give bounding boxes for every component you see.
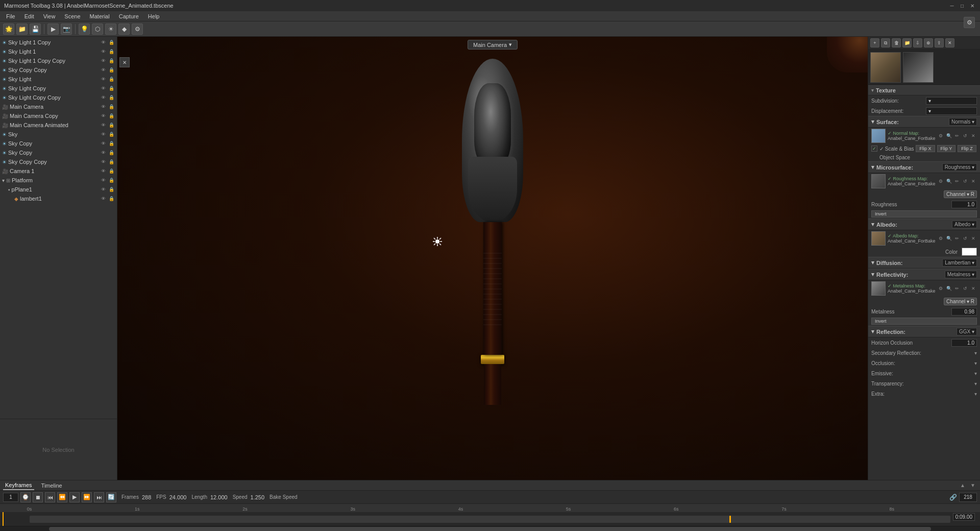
visibility-btn[interactable]: 👁 [100, 186, 107, 193]
map-remove-btn[interactable]: ✕ [970, 235, 977, 242]
roughness-value[interactable]: 1.0 [951, 201, 977, 208]
toolbar-btn-open[interactable]: 📁 [16, 23, 28, 35]
horizon-occlusion-value[interactable]: 1.0 [951, 339, 977, 347]
map-reload-btn[interactable]: ↺ [962, 235, 969, 242]
metalness-channel-badge[interactable]: Channel ▾ R [944, 298, 977, 305]
channel-badge[interactable]: Channel ▾ R [944, 190, 977, 198]
map-edit-btn[interactable]: ✏ [953, 178, 961, 185]
object-space-checkbox[interactable] [871, 154, 877, 160]
rp-btn-export[interactable]: ⇪ [935, 38, 944, 47]
diffusion-section-header[interactable]: ▾ Diffusion: Lambertian ▾ [868, 257, 980, 269]
menu-help[interactable]: Help [144, 12, 164, 20]
menu-capture[interactable]: Capture [115, 12, 143, 20]
flip-z-btn[interactable]: Flip Z [958, 145, 976, 152]
microsurface-dropdown[interactable]: Roughness ▾ [942, 163, 977, 171]
map-reload-btn[interactable]: ↺ [962, 285, 969, 292]
toolbar-btn-mesh[interactable]: ⬡ [92, 23, 103, 35]
lock-btn[interactable]: 🔒 [108, 76, 115, 83]
tree-item-sky-light-1[interactable]: ☀ Sky Light 1 👁 🔒 [0, 47, 117, 56]
toolbar-btn-new[interactable]: 🌟 [3, 23, 14, 35]
menu-file[interactable]: File [2, 12, 19, 20]
extra-dropdown[interactable]: ▾ [974, 391, 977, 397]
reflection-section-header[interactable]: ▾ Reflection: GGX ▾ [868, 326, 980, 337]
map-settings-btn[interactable]: ⚙ [937, 132, 944, 139]
toolbar-btn-sky[interactable]: ☀ [105, 23, 116, 35]
rp-btn-folder[interactable]: 📁 [902, 38, 912, 47]
transport-prev[interactable]: ⏪ [57, 492, 67, 502]
lock-btn[interactable]: 🔒 [108, 186, 115, 193]
minimize-button[interactable]: ─ [948, 2, 955, 9]
lock-btn[interactable]: 🔒 [108, 48, 115, 55]
tree-item-sky-light-1-copy-copy[interactable]: ☀ Sky Light 1 Copy Copy 👁 🔒 [0, 56, 117, 65]
tree-item-sky[interactable]: ☀ Sky 👁 🔒 [0, 130, 117, 139]
tree-item-main-camera-copy[interactable]: 🎥 Main Camera Copy 👁 🔒 [0, 111, 117, 120]
scrollbar-thumb[interactable] [49, 527, 931, 531]
lock-btn[interactable]: 🔒 [108, 140, 115, 147]
visibility-btn[interactable]: 👁 [100, 177, 107, 184]
reflection-dropdown[interactable]: GGX ▾ [957, 328, 977, 335]
visibility-btn[interactable]: 👁 [100, 122, 107, 129]
map-edit-btn[interactable]: ✏ [953, 235, 961, 242]
toolbar-btn-settings[interactable]: ⚙ [132, 23, 143, 35]
diffusion-dropdown[interactable]: Lambertian ▾ [942, 259, 977, 267]
scale-bias-checkbox[interactable]: ✓ [871, 146, 877, 152]
viewport[interactable]: Main Camera ▾ [117, 37, 868, 480]
visibility-btn[interactable]: 👁 [100, 112, 107, 119]
rp-btn-clear[interactable]: ✕ [945, 38, 954, 47]
lock-btn[interactable]: 🔒 [108, 66, 115, 74]
map-remove-btn[interactable]: ✕ [970, 178, 977, 185]
invert-button[interactable]: Invert [871, 210, 977, 218]
tree-item-sky-copy[interactable]: ☀ Sky Copy 👁 🔒 [0, 139, 117, 148]
map-search-btn[interactable]: 🔍 [945, 285, 952, 292]
map-edit-btn[interactable]: ✏ [953, 285, 961, 292]
lock-btn[interactable]: 🔒 [108, 57, 115, 64]
lock-btn[interactable]: 🔒 [108, 131, 115, 138]
map-edit-btn[interactable]: ✏ [953, 132, 961, 139]
menu-view[interactable]: View [39, 12, 60, 20]
timeline-scrollbar[interactable] [0, 526, 980, 531]
emissive-dropdown[interactable]: ▾ [974, 371, 977, 376]
map-search-btn[interactable]: 🔍 [945, 178, 952, 185]
tree-item-sky-copy-copy[interactable]: ☀ Sky Copy Copy 👁 🔒 [0, 65, 117, 75]
lock-btn[interactable]: 🔒 [108, 158, 115, 165]
timeline-track-area[interactable]: 0:09.00 [0, 512, 980, 526]
tree-item-sky-light-copy[interactable]: ☀ Sky Light Copy 👁 🔒 [0, 84, 117, 93]
map-remove-btn[interactable]: ✕ [970, 132, 977, 139]
close-button[interactable]: ✕ [969, 2, 976, 9]
occlusion-dropdown[interactable]: ▾ [974, 360, 977, 366]
timeline-scroll-down[interactable]: ▼ [969, 481, 977, 490]
tree-item-platform[interactable]: ▾ ⊞ Platform 👁 🔒 [0, 176, 117, 185]
rp-btn-import[interactable]: ⇩ [913, 38, 922, 47]
albedo-dropdown[interactable]: Albedo ▾ [952, 221, 977, 228]
keyframes-tab[interactable]: Keyframes [3, 481, 34, 490]
lock-btn[interactable]: 🔒 [108, 94, 115, 101]
timeline-frame-value[interactable] [959, 493, 977, 502]
lock-btn[interactable]: 🔒 [108, 39, 115, 46]
color-swatch[interactable] [962, 248, 977, 256]
microsurface-section-header[interactable]: ▾ Microsurface: Roughness ▾ [868, 161, 980, 173]
surface-dropdown[interactable]: Normals ▾ [949, 118, 977, 126]
maximize-button[interactable]: □ [959, 2, 966, 9]
lock-btn[interactable]: 🔒 [108, 112, 115, 119]
tree-item-lambert1[interactable]: ◆ lambert1 👁 🔒 [0, 194, 117, 203]
visibility-btn[interactable]: 👁 [100, 195, 107, 202]
texture-section-header[interactable]: ▾ Texture [868, 85, 980, 95]
transport-next[interactable]: ⏩ [82, 492, 92, 502]
map-remove-btn[interactable]: ✕ [970, 285, 977, 292]
rp-btn-delete[interactable]: 🗑 [892, 38, 901, 47]
map-settings-btn[interactable]: ⚙ [937, 285, 944, 292]
transport-first[interactable]: ⏮ [45, 492, 55, 502]
toolbar-btn-options[interactable]: ⚙ [964, 17, 975, 28]
tree-item-sky-light[interactable]: ☀ Sky Light 👁 🔒 [0, 75, 117, 84]
rp-btn-bake[interactable]: ⊕ [924, 38, 933, 47]
toolbar-btn-material[interactable]: ◆ [118, 23, 130, 35]
timeline-tab[interactable]: Timeline [39, 481, 64, 490]
rp-btn-copy[interactable]: ⧉ [881, 38, 890, 47]
map-reload-btn[interactable]: ↺ [962, 178, 969, 185]
lock-btn[interactable]: 🔒 [108, 85, 115, 92]
tree-item-sky-copy-copy-2[interactable]: ☀ Sky Copy Copy 👁 🔒 [0, 157, 117, 166]
lock-btn[interactable]: 🔒 [108, 103, 115, 110]
visibility-btn[interactable]: 👁 [100, 39, 107, 46]
transport-play[interactable]: ▶ [69, 492, 80, 502]
visibility-btn[interactable]: 👁 [100, 131, 107, 138]
